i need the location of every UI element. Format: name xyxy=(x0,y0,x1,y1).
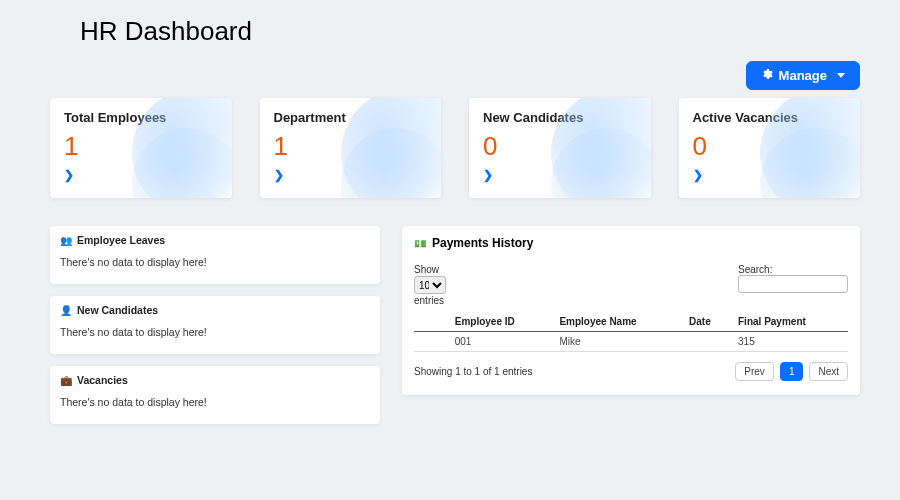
cell-employee-name: Mike xyxy=(553,332,683,352)
card-new-candidates: New Candidates 0 ❯ xyxy=(469,98,651,198)
page-length-select[interactable]: 10 xyxy=(414,276,446,294)
cell-date xyxy=(683,332,732,352)
panel-empty-text: There's no data to display here! xyxy=(60,326,370,338)
table-row: 001 Mike 315 xyxy=(414,332,848,352)
panel-title: Payments History xyxy=(432,236,533,250)
cell-employee-id: 001 xyxy=(449,332,554,352)
search-label: Search: xyxy=(738,264,772,275)
person-icon: 👤 xyxy=(60,305,72,316)
people-icon: 👥 xyxy=(60,235,72,246)
toolbar: Manage xyxy=(50,61,860,90)
table-search-control: Search: xyxy=(738,264,848,293)
page-title: HR Dashboard xyxy=(80,16,860,47)
caret-down-icon xyxy=(837,73,845,78)
chevron-right-icon: ❯ xyxy=(693,168,703,182)
panel-empty-text: There's no data to display here! xyxy=(60,256,370,268)
col-final-payment[interactable]: Final Payment xyxy=(732,312,848,332)
card-total-employees: Total Employees 1 ❯ xyxy=(50,98,232,198)
briefcase-icon: 💼 xyxy=(60,375,72,386)
cash-icon: 💵 xyxy=(414,238,426,249)
panel-vacancies: 💼 Vacancies There's no data to display h… xyxy=(50,366,380,424)
entries-label: entries xyxy=(414,295,446,306)
panel-employee-leaves: 👥 Employee Leaves There's no data to dis… xyxy=(50,226,380,284)
chevron-right-icon: ❯ xyxy=(483,168,493,182)
col-employee-id[interactable]: Employee ID xyxy=(449,312,554,332)
panel-payments-history: 💵 Payments History Show 10 entries Searc… xyxy=(402,226,860,395)
table-info: Showing 1 to 1 of 1 entries xyxy=(414,366,532,377)
col-date[interactable]: Date xyxy=(683,312,732,332)
prev-button[interactable]: Prev xyxy=(735,362,774,381)
search-input[interactable] xyxy=(738,275,848,293)
page-1-button[interactable]: 1 xyxy=(780,362,804,381)
table-length-control: Show 10 entries xyxy=(414,264,446,306)
chevron-right-icon: ❯ xyxy=(64,168,74,182)
panel-title: Employee Leaves xyxy=(77,234,165,246)
gear-icon xyxy=(761,68,773,83)
card-department: Department 1 ❯ xyxy=(260,98,442,198)
card-active-vacancies: Active Vacancies 0 ❯ xyxy=(679,98,861,198)
panel-title: Vacancies xyxy=(77,374,128,386)
next-button[interactable]: Next xyxy=(809,362,848,381)
show-label: Show xyxy=(414,264,446,275)
cell-final-payment: 315 xyxy=(732,332,848,352)
pagination: Prev 1 Next xyxy=(735,362,848,381)
summary-cards: Total Employees 1 ❯ Department 1 ❯ New C… xyxy=(50,98,860,198)
col-employee-name[interactable]: Employee Name xyxy=(553,312,683,332)
payments-table: Employee ID Employee Name Date Final Pay… xyxy=(414,312,848,352)
manage-button-label: Manage xyxy=(779,68,827,83)
panel-new-candidates: 👤 New Candidates There's no data to disp… xyxy=(50,296,380,354)
manage-button[interactable]: Manage xyxy=(746,61,860,90)
panel-title: New Candidates xyxy=(77,304,158,316)
chevron-right-icon: ❯ xyxy=(274,168,284,182)
panel-empty-text: There's no data to display here! xyxy=(60,396,370,408)
